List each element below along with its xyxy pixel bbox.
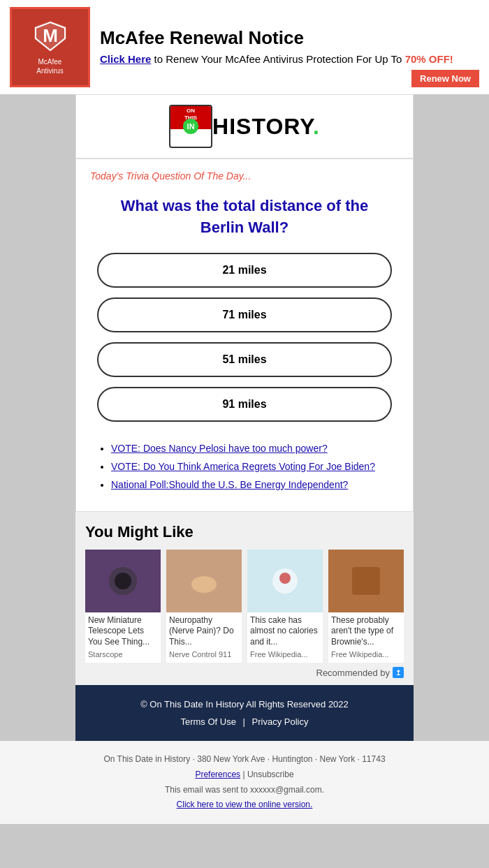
preference-links: Preferences | Unsubscribe: [14, 767, 475, 783]
you-might-like-grid: New Miniature Telescope Lets You See Thi…: [85, 550, 404, 663]
ad-title: McAfee Renewal Notice: [100, 27, 479, 49]
yml-source-text: Nerve Control 911: [166, 649, 242, 663]
yml-source-text: Free Wikipedia...: [328, 649, 404, 663]
yml-caption-text: New Miniature Telescope Lets You See Thi…: [85, 612, 161, 649]
poll-link[interactable]: VOTE: Do You Think America Regrets Votin…: [111, 461, 375, 472]
answer-4-button[interactable]: 91 miles: [97, 387, 392, 422]
email-sent-text: This email was sent to xxxxxx@gmail.com.: [14, 783, 475, 798]
yml-image: [328, 550, 404, 612]
ad-click-here-link[interactable]: Click Here: [100, 53, 151, 65]
you-might-like-title: You Might Like: [85, 523, 404, 541]
recommended-bar: Recommended by ↥: [75, 663, 414, 685]
footer-copyright: © On This Date In History All Rights Res…: [96, 699, 393, 709]
calendar-in-badge: IN: [183, 119, 198, 134]
poll-list-item: National Poll:Should the U.S. Be Energy …: [111, 479, 392, 490]
svg-point-5: [191, 576, 217, 593]
recommended-by-text: Recommended by: [316, 668, 391, 678]
company-address-text: 380 New York Ave · Huntington · New York…: [197, 754, 385, 764]
ad-percent: 70% OFF!: [405, 53, 453, 65]
answers-container: 21 miles 71 miles 51 miles 91 miles: [76, 253, 413, 436]
yml-source-text: Free Wikipedia...: [247, 649, 323, 663]
yml-caption-text: Neuropathy (Nerve Pain)? Do This...: [166, 612, 242, 649]
yml-image: [85, 550, 161, 612]
renew-now-button[interactable]: Renew Now: [411, 70, 479, 87]
svg-point-7: [279, 573, 291, 584]
view-online-link-container: Click here to view the online version.: [14, 797, 475, 813]
svg-text:M: M: [43, 25, 58, 46]
polls-section: VOTE: Does Nancy Pelosi have too much po…: [76, 436, 413, 511]
taboola-icon: ↥: [393, 667, 404, 678]
history-text: HISTORY.: [212, 114, 320, 140]
yml-caption-text: This cake has almost no calories and it.…: [247, 612, 323, 649]
footer-links: Terms Of Use | Privacy Policy: [96, 716, 393, 727]
yml-image: [166, 550, 242, 612]
you-might-like-item[interactable]: Neuropathy (Nerve Pain)? Do This...Nerve…: [166, 550, 242, 663]
company-name: On This Date in History: [103, 754, 190, 764]
you-might-like-item[interactable]: This cake has almost no calories and it.…: [247, 550, 323, 663]
footer-main: © On This Date In History All Rights Res…: [75, 685, 414, 741]
answer-3-button[interactable]: 51 miles: [97, 342, 392, 377]
answer-1-button[interactable]: 21 miles: [97, 253, 392, 288]
yml-source-text: Starscope: [85, 649, 161, 663]
yml-caption-text: These probably aren't the type of Browni…: [328, 612, 404, 649]
history-logo: ON THIS DATE IN HISTORY.: [169, 105, 320, 148]
you-might-like-section: You Might Like New Miniature Telescope L…: [75, 512, 414, 663]
svg-point-4: [115, 573, 131, 589]
terms-of-use-link[interactable]: Terms Of Use: [180, 716, 235, 727]
unsubscribe-text: Unsubscribe: [247, 770, 294, 779]
svg-rect-8: [352, 567, 380, 595]
bottom-info: On This Date in History · 380 New York A…: [0, 741, 489, 823]
poll-list-item: VOTE: Do You Think America Regrets Votin…: [111, 461, 392, 472]
ad-content: McAfee Renewal Notice Click Here to Rene…: [100, 27, 479, 68]
polls-list: VOTE: Does Nancy Pelosi have too much po…: [97, 443, 392, 490]
preferences-link[interactable]: Preferences: [195, 770, 240, 779]
trivia-question: What was the total distance of the Berli…: [76, 184, 413, 253]
company-address: On This Date in History · 380 New York A…: [14, 752, 475, 767]
poll-link[interactable]: National Poll:Should the U.S. Be Energy …: [111, 479, 348, 490]
poll-link[interactable]: VOTE: Does Nancy Pelosi have too much po…: [111, 443, 328, 454]
ad-logo: M McAfeeAntivirus: [10, 7, 90, 87]
privacy-policy-link[interactable]: Privacy Policy: [252, 716, 309, 727]
poll-list-item: VOTE: Does Nancy Pelosi have too much po…: [111, 443, 392, 454]
calendar-icon: ON THIS DATE IN: [169, 105, 212, 148]
history-header: ON THIS DATE IN HISTORY.: [75, 94, 414, 159]
you-might-like-item[interactable]: These probably aren't the type of Browni…: [328, 550, 404, 663]
view-online-link[interactable]: Click here to view the online version.: [177, 800, 313, 809]
main-content-box: Today's Trivia Question Of The Day... Wh…: [75, 159, 414, 512]
yml-image: [247, 550, 323, 612]
ad-logo-label: McAfeeAntivirus: [36, 57, 63, 75]
ad-banner: M McAfeeAntivirus McAfee Renewal Notice …: [0, 0, 489, 94]
you-might-like-item[interactable]: New Miniature Telescope Lets You See Thi…: [85, 550, 161, 663]
mcafee-shield-icon: M: [33, 20, 68, 53]
ad-body: Click Here to Renew Your McAfee Antiviru…: [100, 52, 479, 68]
answer-2-button[interactable]: 71 miles: [97, 297, 392, 332]
trivia-label: Today's Trivia Question Of The Day...: [76, 159, 413, 184]
